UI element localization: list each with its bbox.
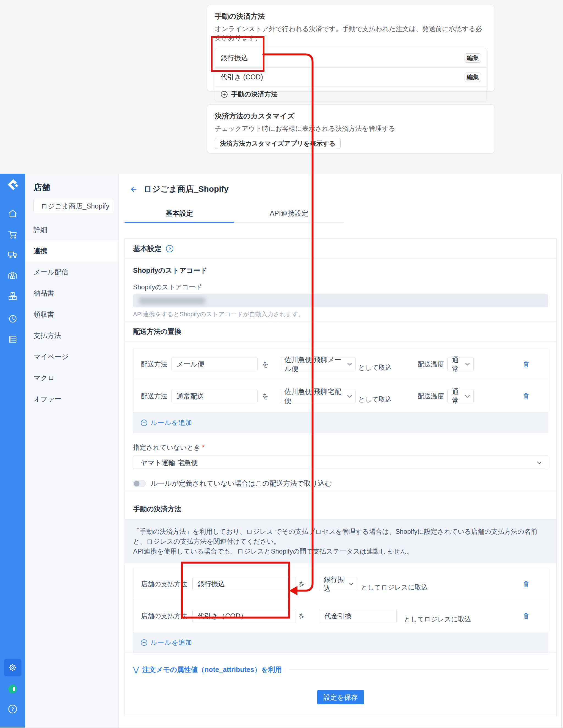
sidebar-item-delivery-note[interactable]: 納品書 bbox=[25, 283, 118, 304]
add-manual-payment-method[interactable]: 手動の決済方法 bbox=[215, 87, 487, 102]
help-rail-icon[interactable]: ? bbox=[8, 704, 18, 714]
shipping-source-input[interactable]: 通常配送 bbox=[171, 389, 257, 403]
tab-api-settings[interactable]: API連携設定 bbox=[234, 204, 344, 222]
store-code-helper: API連携をするとShopifyのストアコードが自動入力されます。 bbox=[133, 310, 548, 318]
note-divider-line bbox=[289, 669, 548, 670]
chevron-down-icon bbox=[465, 393, 470, 398]
store-name-field[interactable]: ロジごま商店_Shopify bbox=[33, 199, 114, 213]
delete-rule-icon[interactable] bbox=[522, 580, 530, 588]
boxes-icon[interactable] bbox=[7, 291, 18, 302]
cart-icon[interactable] bbox=[7, 229, 18, 240]
settings-panel: 基本設定 ? Shopifyのストアコード Shopifyのストアコード API… bbox=[124, 238, 557, 716]
customize-card-title: 決済方法のカスタマイズ bbox=[215, 111, 487, 121]
payment-rules-box: 店舗の支払方法 銀行振込 を 銀行振込 としてロジレスに取込 店舗の支払方法 代… bbox=[133, 568, 548, 653]
customize-card-description: チェックアウト時にお客様に表示される決済方法を管理する bbox=[215, 124, 487, 133]
payment-method-label: 代引き (COD) bbox=[220, 73, 263, 82]
fallback-toggle[interactable] bbox=[133, 480, 146, 487]
add-shipping-rule-link[interactable]: ルールを追加 bbox=[140, 418, 192, 427]
sidebar-item-integration[interactable]: 連携 bbox=[25, 240, 118, 262]
shipping-section-title: 配送方法の置換 bbox=[133, 327, 181, 336]
payment-rule-row: 店舗の支払方法 銀行振込 を 銀行振込 としてロジレスに取込 bbox=[133, 568, 548, 600]
particle-wo: を bbox=[262, 392, 269, 401]
sidebar-item-macro[interactable]: マクロ bbox=[25, 367, 118, 388]
carrier-select[interactable]: 佐川急便 飛脚メール便 bbox=[280, 357, 356, 371]
viewport-right-edge bbox=[561, 174, 562, 728]
tab-basic-settings[interactable]: 基本設定 bbox=[124, 204, 234, 222]
panel-title: 基本設定 bbox=[133, 244, 162, 254]
sidebar-item-receipt[interactable]: 領収書 bbox=[25, 304, 118, 325]
history-icon[interactable] bbox=[7, 313, 18, 324]
shipping-rule-row: 配送方法 メール便 を 佐川急便 飛脚メール便 として取込 配送温度 通常 bbox=[133, 348, 548, 380]
manual-payments-list: 銀行振込 編集 代引き (COD) 編集 手動の決済方法 bbox=[215, 48, 487, 102]
sidebar-item-detail[interactable]: 詳細 bbox=[25, 219, 118, 240]
viewport-bottom-edge bbox=[0, 727, 563, 727]
logiless-app: ? 店舗 ロジごま商店_Shopify 詳細 連携 メール配信 納品書 領収書 … bbox=[0, 174, 563, 728]
payment-method-label: 銀行振込 bbox=[220, 53, 248, 62]
customize-payments-card: 決済方法のカスタマイズ チェックアウト時にお客様に表示される決済方法を管理する … bbox=[207, 104, 495, 153]
tab-bar: 基本設定 API連携設定 bbox=[124, 204, 344, 223]
manual-payments-card: 手動の決済方法 オンラインストア外で行われる決済です。手動で支払われた注文は、発… bbox=[207, 5, 495, 91]
temperature-select[interactable]: 通常 bbox=[447, 357, 474, 371]
payment-rule-row: 店舗の支払方法 代引き（COD） を 代金引換 としてロジレスに取込 bbox=[133, 600, 548, 632]
page-title: ロジごま商店_Shopify bbox=[143, 184, 229, 195]
shipping-replacement-section: 配送方法の置換 配送方法 メール便 を 佐川急便 飛脚メール便 として取込 配送… bbox=[125, 321, 556, 492]
sidebar-item-offer[interactable]: オファー bbox=[25, 388, 118, 410]
logiless-payment-select[interactable]: 銀行振込 bbox=[319, 577, 357, 591]
store-code-section: Shopifyのストアコード Shopifyのストアコード API連携をするとS… bbox=[125, 259, 556, 321]
screenshot-root: 手動の決済方法 オンラインストア外で行われる決済です。手動で支払われた注文は、発… bbox=[0, 0, 563, 728]
sidebar-heading: 店舗 bbox=[34, 182, 50, 193]
shipping-source-input[interactable]: メール便 bbox=[171, 357, 257, 371]
svg-text:?: ? bbox=[168, 246, 171, 251]
back-arrow-icon[interactable] bbox=[129, 185, 137, 194]
delete-rule-icon[interactable] bbox=[522, 392, 530, 400]
show-customize-app-button[interactable]: 決済方法カスタマイズアプリを表示する bbox=[215, 138, 341, 149]
payments-section-title: 手動の決済方法 bbox=[133, 504, 181, 513]
sidebar-item-payment-methods[interactable]: 支払方法 bbox=[25, 325, 118, 346]
edit-button[interactable]: 編集 bbox=[465, 53, 481, 63]
fallback-label: 指定されていないとき bbox=[133, 444, 200, 451]
store-payment-input[interactable]: 銀行振込 bbox=[192, 577, 297, 591]
temperature-label: 配送温度 bbox=[418, 360, 444, 369]
chevron-expand-icon: ⋁ bbox=[133, 665, 139, 674]
panel-footer-section: ⋁ 注文メモの属性値（note_attributes）を利用 設定を保存 bbox=[125, 652, 556, 716]
home-icon[interactable] bbox=[7, 208, 18, 219]
import-as-suffix: として取込 bbox=[359, 363, 392, 372]
help-circle-icon[interactable]: ? bbox=[165, 244, 174, 253]
sidebar-nav: 詳細 連携 メール配信 納品書 領収書 支払方法 マイページ マクロ オファー bbox=[25, 219, 118, 410]
add-payment-rule-link[interactable]: ルールを追加 bbox=[140, 638, 192, 647]
icon-rail: ? bbox=[0, 174, 25, 728]
gear-icon bbox=[7, 662, 18, 673]
import-as-suffix: として取込 bbox=[359, 395, 392, 404]
truck-icon[interactable] bbox=[7, 249, 18, 260]
store-payment-input[interactable]: 代引き（COD） bbox=[192, 609, 297, 623]
document-list-icon[interactable] bbox=[7, 334, 18, 345]
shipping-rule-label: 配送方法 bbox=[141, 392, 167, 401]
temperature-select[interactable]: 通常 bbox=[447, 389, 474, 403]
payment-method-row: 代引き (COD) 編集 bbox=[215, 68, 487, 87]
sidebar-item-mypage[interactable]: マイページ bbox=[25, 346, 118, 367]
shopify-admin-background: 手動の決済方法 オンラインストア外で行われる決済です。手動で支払われた注文は、発… bbox=[0, 0, 563, 174]
particle-wo: を bbox=[299, 580, 306, 588]
warehouse-icon[interactable] bbox=[7, 270, 18, 281]
carrier-select[interactable]: 佐川急便 飛脚宅配便 bbox=[280, 389, 356, 403]
payment-method-row: 銀行振込 編集 bbox=[215, 48, 487, 68]
fallback-carrier-select[interactable]: ヤマト運輸 宅急便 bbox=[133, 455, 548, 470]
delete-rule-icon[interactable] bbox=[522, 360, 530, 368]
redacted-store-code bbox=[139, 297, 205, 304]
edit-button[interactable]: 編集 bbox=[465, 73, 481, 82]
particle-wo: を bbox=[299, 612, 306, 620]
sidebar-item-mail[interactable]: メール配信 bbox=[25, 262, 118, 283]
settings-rail-button[interactable] bbox=[4, 659, 21, 676]
delete-rule-icon[interactable] bbox=[522, 612, 530, 620]
payments-description: 「手動の決済方法」を利用しており、ロジレス でその支払プロセスを管理する場合は、… bbox=[125, 519, 556, 563]
store-code-input[interactable] bbox=[133, 294, 548, 307]
plus-circle-icon bbox=[140, 419, 148, 426]
plus-circle-icon bbox=[220, 91, 228, 98]
save-settings-button[interactable]: 設定を保存 bbox=[317, 690, 364, 704]
chevron-down-icon bbox=[347, 361, 352, 366]
note-attributes-link[interactable]: 注文メモの属性値（note_attributes）を利用 bbox=[142, 665, 282, 674]
logiless-payment-input[interactable]: 代金引換 bbox=[319, 609, 397, 623]
status-icon[interactable] bbox=[8, 684, 18, 694]
manual-payments-section: 手動の決済方法 「手動の決済方法」を利用しており、ロジレス でその支払プロセスを… bbox=[125, 492, 556, 652]
store-sidebar: 店舗 ロジごま商店_Shopify 詳細 連携 メール配信 納品書 領収書 支払… bbox=[25, 174, 119, 728]
